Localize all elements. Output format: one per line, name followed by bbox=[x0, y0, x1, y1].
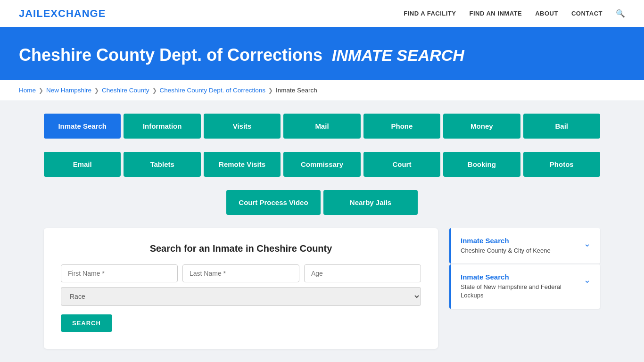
sidebar-card-nh-title: Inmate Search bbox=[461, 273, 584, 281]
nav-find-facility[interactable]: FIND A FACILITY bbox=[404, 10, 456, 17]
tab-visits[interactable]: Visits bbox=[204, 114, 281, 139]
last-name-input[interactable] bbox=[182, 264, 299, 282]
breadcrumb-new-hampshire[interactable]: New Hampshire bbox=[46, 87, 91, 94]
breadcrumb-sep-3: ❯ bbox=[152, 87, 157, 94]
tab-bail[interactable]: Bail bbox=[523, 114, 600, 139]
tab-phone[interactable]: Phone bbox=[363, 114, 440, 139]
breadcrumb-sep-1: ❯ bbox=[39, 87, 43, 94]
tab-court[interactable]: Court bbox=[363, 152, 440, 177]
sidebar-card-cheshire-text: Inmate Search Cheshire County & City of … bbox=[461, 237, 551, 255]
sidebar-card-nh-text: Inmate Search State of New Hampshire and… bbox=[461, 273, 584, 300]
sidebar-card-cheshire-subtitle: Cheshire County & City of Keene bbox=[461, 247, 551, 255]
chevron-down-icon-2: ⌄ bbox=[584, 275, 591, 285]
tab-commissary[interactable]: Commissary bbox=[283, 152, 360, 177]
age-input[interactable] bbox=[304, 264, 421, 282]
tab-mail[interactable]: Mail bbox=[283, 114, 360, 139]
sidebar-card-cheshire-title: Inmate Search bbox=[461, 237, 551, 245]
tab-grid-row1: Inmate Search Information Visits Mail Ph… bbox=[44, 114, 600, 139]
sidebar: Inmate Search Cheshire County & City of … bbox=[449, 228, 600, 309]
tab-tablets[interactable]: Tablets bbox=[124, 152, 200, 177]
search-fields: Race White Black Hispanic Asian Other bbox=[61, 264, 421, 306]
breadcrumb: Home ❯ New Hampshire ❯ Cheshire County ❯… bbox=[0, 80, 644, 100]
tab-grid-row2: Email Tablets Remote Visits Commissary C… bbox=[44, 152, 600, 177]
breadcrumb-current: Inmate Search bbox=[276, 87, 317, 94]
breadcrumb-cheshire-county[interactable]: Cheshire County bbox=[102, 87, 149, 94]
logo-jail: JAIL bbox=[19, 8, 43, 19]
search-panel: Search for an Inmate in Cheshire County … bbox=[44, 228, 438, 349]
sidebar-card-cheshire[interactable]: Inmate Search Cheshire County & City of … bbox=[449, 228, 600, 263]
tab-inmate-search[interactable]: Inmate Search bbox=[44, 114, 121, 139]
nav-contact[interactable]: CONTACT bbox=[571, 10, 603, 17]
tab-court-process-video[interactable]: Court Process Video bbox=[226, 190, 321, 215]
lower-section: Search for an Inmate in Cheshire County … bbox=[44, 228, 600, 349]
tab-money[interactable]: Money bbox=[443, 114, 520, 139]
hero-title-main: Cheshire County Dept. of Corrections bbox=[19, 45, 322, 65]
tab-information[interactable]: Information bbox=[124, 114, 200, 139]
nav-find-inmate[interactable]: FIND AN INMATE bbox=[469, 10, 522, 17]
breadcrumb-sep-4: ❯ bbox=[268, 87, 273, 94]
main-nav: FIND A FACILITY FIND AN INMATE ABOUT CON… bbox=[404, 9, 625, 18]
nav-about[interactable]: ABOUT bbox=[535, 10, 558, 17]
logo-exchange: EXCHANGE bbox=[43, 8, 106, 19]
breadcrumb-dept[interactable]: Cheshire County Dept. of Corrections bbox=[160, 87, 265, 94]
first-name-input[interactable] bbox=[61, 264, 178, 282]
tab-email[interactable]: Email bbox=[44, 152, 121, 177]
page-title: Cheshire County Dept. of Corrections INM… bbox=[19, 45, 625, 65]
search-button[interactable]: SEARCH bbox=[61, 314, 112, 332]
tab-remote-visits[interactable]: Remote Visits bbox=[204, 152, 281, 177]
search-icon[interactable]: 🔍 bbox=[616, 9, 625, 18]
breadcrumb-sep-2: ❯ bbox=[94, 87, 99, 94]
site-logo[interactable]: JAILEXCHANGE bbox=[19, 8, 106, 20]
sidebar-card-nh-subtitle: State of New Hampshire and Federal Locku… bbox=[461, 283, 584, 300]
hero-banner: Cheshire County Dept. of Corrections INM… bbox=[0, 28, 644, 80]
breadcrumb-home[interactable]: Home bbox=[19, 87, 36, 94]
race-select[interactable]: Race White Black Hispanic Asian Other bbox=[61, 287, 421, 306]
main-content: Inmate Search Information Visits Mail Ph… bbox=[25, 100, 619, 362]
tab-grid-row3: Court Process Video Nearby Jails bbox=[44, 190, 600, 215]
sidebar-card-nh[interactable]: Inmate Search State of New Hampshire and… bbox=[449, 264, 600, 308]
tab-booking[interactable]: Booking bbox=[443, 152, 520, 177]
tab-photos[interactable]: Photos bbox=[523, 152, 600, 177]
hero-title-italic: INMATE SEARCH bbox=[332, 46, 464, 64]
chevron-down-icon: ⌄ bbox=[584, 239, 591, 249]
site-header: JAILEXCHANGE FIND A FACILITY FIND AN INM… bbox=[0, 0, 644, 28]
tab-nearby-jails[interactable]: Nearby Jails bbox=[323, 190, 418, 215]
search-panel-title: Search for an Inmate in Cheshire County bbox=[61, 243, 421, 254]
